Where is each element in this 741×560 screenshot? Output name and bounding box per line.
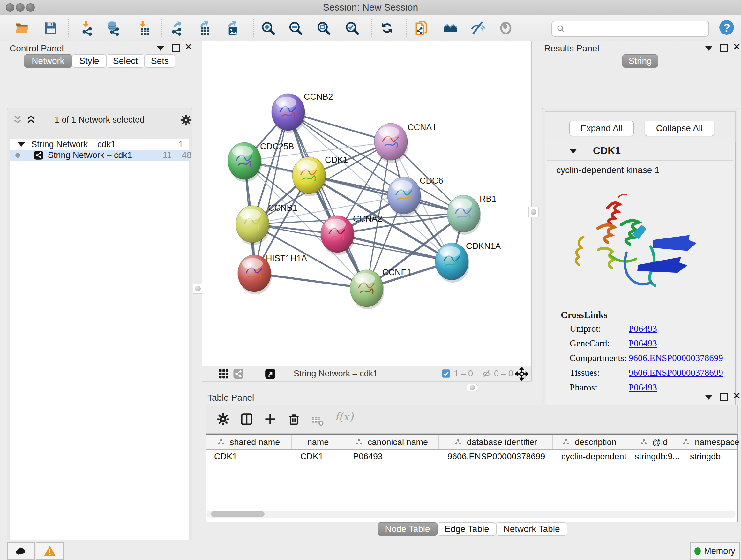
network-node-CDK1[interactable]	[292, 157, 327, 196]
column-header-label: namespace	[695, 437, 739, 447]
crosslink-link[interactable]: P06493	[629, 323, 657, 334]
table-cell[interactable]: P06493	[345, 450, 439, 463]
save-session-icon[interactable]	[43, 20, 59, 36]
tab-style[interactable]: Style	[72, 54, 106, 68]
results-panel-close-icon[interactable]: ✕	[733, 44, 741, 50]
network-collection-row[interactable]: String Network – cdk1 1	[10, 139, 189, 150]
results-panel-float-icon[interactable]	[720, 44, 728, 52]
column-header-description[interactable]: description	[553, 435, 626, 449]
network-row-selected[interactable]: String Network – cdk1 11 48	[10, 150, 189, 161]
zoom-selected-icon[interactable]	[344, 20, 360, 36]
hide-selected-icon[interactable]	[470, 20, 486, 36]
tab-node-table[interactable]: Node Table	[378, 522, 437, 536]
memory-button[interactable]: Memory	[690, 543, 740, 560]
birdseye-navigator-icon[interactable]	[515, 367, 529, 381]
gene-section-header[interactable]: CDK1	[545, 142, 735, 160]
column-header--id[interactable]: @id	[626, 435, 681, 449]
tab-string[interactable]: String	[622, 54, 658, 68]
cloud-button[interactable]	[7, 543, 35, 560]
delete-table-icon	[311, 414, 324, 427]
table-panel-close-icon[interactable]: ✕	[733, 393, 741, 399]
help-icon[interactable]: ?	[719, 19, 735, 36]
show-all-icon[interactable]	[498, 20, 514, 36]
import-network-from-file-icon[interactable]	[78, 20, 94, 36]
tab-network-table[interactable]: Network Table	[496, 522, 567, 536]
table-hscrollbar-thumb[interactable]	[211, 511, 265, 517]
crosslink-row: Compartments:9606.ENSP00000378699	[547, 353, 733, 368]
network-edge-HIST1H1A-CCNB2[interactable]	[254, 112, 288, 273]
network-options-gear-icon[interactable]	[180, 114, 192, 126]
column-header-namespace[interactable]: namespace	[682, 435, 740, 449]
new-network-from-selection-icon[interactable]	[414, 20, 429, 36]
collection-expander-icon[interactable]	[18, 142, 25, 146]
control-panel-close-icon[interactable]: ✕	[185, 44, 192, 50]
table-cell[interactable]: stringdb	[682, 450, 740, 463]
column-header-name[interactable]: name	[292, 435, 344, 449]
column-header-database-identifier[interactable]: database identifier	[439, 435, 553, 449]
toolbar-separator	[371, 19, 372, 37]
tab-edge-table[interactable]: Edge Table	[437, 522, 496, 536]
selected-checkbox-icon[interactable]	[442, 369, 451, 378]
grid-view-icon[interactable]	[218, 368, 229, 379]
table-cell[interactable]: stringdb:9...	[626, 450, 681, 463]
show-columns-icon[interactable]	[240, 412, 254, 426]
collapse-all-button[interactable]: Collapse All	[645, 121, 714, 136]
tab-select[interactable]: Select	[106, 54, 145, 68]
crosslink-label: GeneCard:	[569, 338, 610, 349]
search-input[interactable]	[569, 22, 704, 34]
table-cell[interactable]: CDK1	[292, 450, 344, 463]
horizontal-splitter-handle[interactable]	[467, 384, 478, 391]
refresh-icon[interactable]	[379, 20, 395, 36]
detach-view-icon[interactable]	[264, 368, 276, 380]
control-panel-menu-icon[interactable]	[157, 46, 164, 51]
table-hscrollbar	[206, 510, 736, 517]
crosslink-row: Uniprot:P06493	[547, 323, 733, 338]
export-network-icon[interactable]	[169, 20, 185, 36]
network-node-CCNB1[interactable]	[236, 206, 270, 245]
first-neighbors-icon[interactable]	[442, 20, 458, 36]
table-cell[interactable]: 9606.ENSP00000378699	[439, 450, 552, 463]
crosslink-link[interactable]: P06493	[629, 338, 657, 349]
network-node-CCNB2[interactable]	[272, 94, 306, 133]
tab-network[interactable]: Network	[24, 54, 72, 68]
add-column-icon[interactable]	[263, 412, 277, 426]
crosslink-link[interactable]: 9606.ENSP00000378699	[629, 368, 723, 378]
network-node-CCNE1[interactable]	[350, 270, 384, 309]
open-session-icon[interactable]	[14, 20, 30, 36]
network-node-CDC6[interactable]	[387, 177, 421, 216]
node-label-HIST1H1A: HIST1H1A	[266, 253, 307, 263]
network-graph[interactable]: CCNB2CCNA1CDC25BCDK1CDC6RB1CCNB1CCNA2CDK…	[202, 41, 531, 366]
control-panel-float-icon[interactable]	[172, 44, 180, 52]
network-canvas[interactable]: CCNB2CCNA1CDC25BCDK1CDC6RB1CCNB1CCNA2CDK…	[202, 41, 531, 366]
table-cell[interactable]: cyclin-dependent ...	[553, 450, 626, 463]
column-header-shared-name[interactable]: shared name	[206, 435, 292, 449]
network-node-CCNA2[interactable]	[321, 215, 355, 255]
tab-sets[interactable]: Sets	[145, 54, 175, 68]
network-node-CDKN1A[interactable]	[435, 243, 469, 283]
crosslink-link[interactable]: 9606.ENSP00000378699	[629, 353, 723, 363]
table-panel-menu-icon[interactable]	[705, 395, 712, 400]
network-view-icon[interactable]	[233, 368, 244, 379]
crosslink-link[interactable]: P06493	[629, 382, 657, 393]
table-panel-float-icon[interactable]	[720, 393, 728, 401]
column-header-label: shared name	[230, 437, 280, 447]
export-table-icon[interactable]	[195, 20, 211, 36]
column-header-canonical-name[interactable]: canonical name	[345, 435, 439, 449]
zoom-fit-content-icon[interactable]	[316, 20, 332, 36]
network-node-CDC25B[interactable]	[228, 142, 262, 182]
expand-all-button[interactable]: Expand All	[569, 121, 634, 136]
export-image-icon[interactable]	[223, 20, 239, 36]
node-label-CCNA1: CCNA1	[408, 123, 437, 132]
import-table-from-file-icon[interactable]	[135, 20, 151, 36]
table-cell[interactable]: CDK1	[206, 450, 291, 463]
network-node-RB1[interactable]	[447, 195, 481, 235]
table-options-gear-icon[interactable]	[216, 412, 230, 426]
warning-button[interactable]	[36, 543, 64, 560]
zoom-out-icon[interactable]	[287, 20, 304, 36]
zoom-in-icon[interactable]	[260, 20, 276, 36]
import-network-from-database-icon[interactable]	[105, 20, 121, 36]
delete-column-trash-icon[interactable]	[287, 412, 301, 426]
gene-expander-icon[interactable]	[569, 149, 577, 153]
network-node-CCNA1[interactable]	[374, 123, 408, 163]
results-panel-menu-icon[interactable]	[705, 46, 712, 51]
